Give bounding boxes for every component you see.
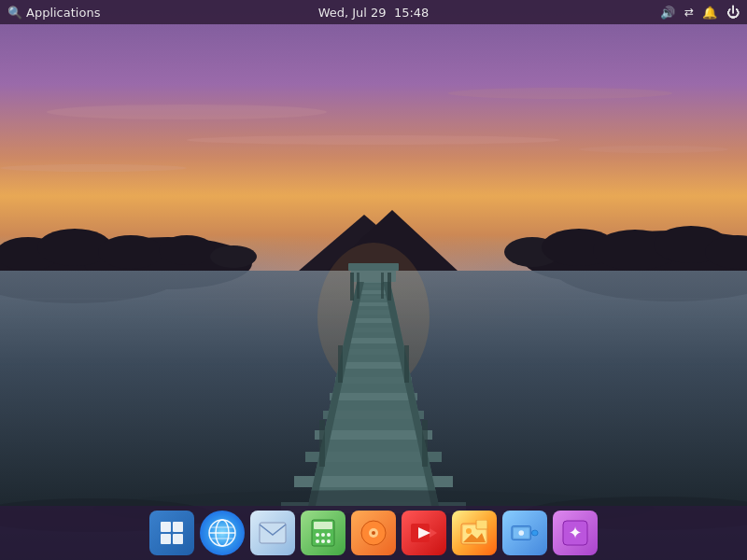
music-button[interactable]: ♪ — [351, 511, 396, 555]
desktop: 🔍 Applications Wed, Jul 29 15:48 🔊 ⇄ 🔔 ⏻ — [0, 0, 747, 560]
browser-icon — [207, 518, 237, 548]
calculator-button[interactable] — [301, 511, 345, 555]
system-tray: 🔊 ⇄ 🔔 ⏻ — [660, 5, 740, 20]
svg-rect-66 — [161, 522, 171, 532]
mail-button[interactable] — [250, 511, 295, 555]
store-icon: ✦ — [561, 519, 589, 547]
store-button[interactable]: ✦ — [553, 511, 598, 555]
date-text: Wed, Jul 29 — [318, 6, 387, 20]
photos-button[interactable] — [452, 511, 497, 555]
applications-menu[interactable]: 🔍 Applications — [7, 6, 100, 20]
svg-point-81 — [316, 539, 319, 543]
search-icon: 🔍 — [7, 6, 22, 20]
svg-rect-77 — [314, 522, 332, 529]
photos-icon — [459, 520, 489, 546]
calculator-icon — [310, 518, 336, 548]
svg-point-93 — [466, 528, 472, 534]
svg-point-79 — [321, 533, 325, 537]
network-icon[interactable]: ⇄ — [684, 6, 693, 19]
workspaces-button[interactable] — [149, 511, 194, 555]
applications-label: Applications — [26, 6, 100, 20]
notification-icon[interactable]: 🔔 — [702, 6, 717, 20]
mail-icon — [259, 522, 287, 544]
video-icon — [410, 523, 438, 543]
settings-button[interactable] — [502, 511, 547, 555]
time-text: 15:48 — [394, 6, 429, 20]
svg-point-78 — [316, 533, 319, 537]
power-icon[interactable]: ⏻ — [726, 5, 740, 20]
svg-rect-67 — [173, 522, 183, 532]
svg-point-82 — [321, 539, 325, 543]
datetime-display: Wed, Jul 29 15:48 — [318, 6, 430, 20]
workspaces-icon — [159, 520, 185, 546]
wallpaper — [0, 0, 747, 560]
svg-point-99 — [518, 530, 524, 536]
settings-icon — [511, 523, 539, 543]
video-button[interactable] — [402, 511, 446, 555]
svg-rect-95 — [476, 520, 487, 529]
svg-rect-69 — [173, 534, 183, 544]
svg-marker-89 — [430, 528, 437, 538]
svg-rect-68 — [161, 534, 171, 544]
music-icon: ♪ — [359, 519, 388, 547]
svg-rect-97 — [532, 530, 539, 536]
taskbar: ♪ — [0, 506, 747, 560]
svg-point-83 — [327, 539, 331, 543]
svg-rect-75 — [260, 523, 286, 543]
topbar: 🔍 Applications Wed, Jul 29 15:48 🔊 ⇄ 🔔 ⏻ — [0, 0, 747, 24]
svg-text:✦: ✦ — [568, 523, 582, 542]
volume-icon[interactable]: 🔊 — [660, 6, 675, 20]
browser-button[interactable] — [200, 511, 245, 555]
svg-point-80 — [327, 533, 331, 537]
